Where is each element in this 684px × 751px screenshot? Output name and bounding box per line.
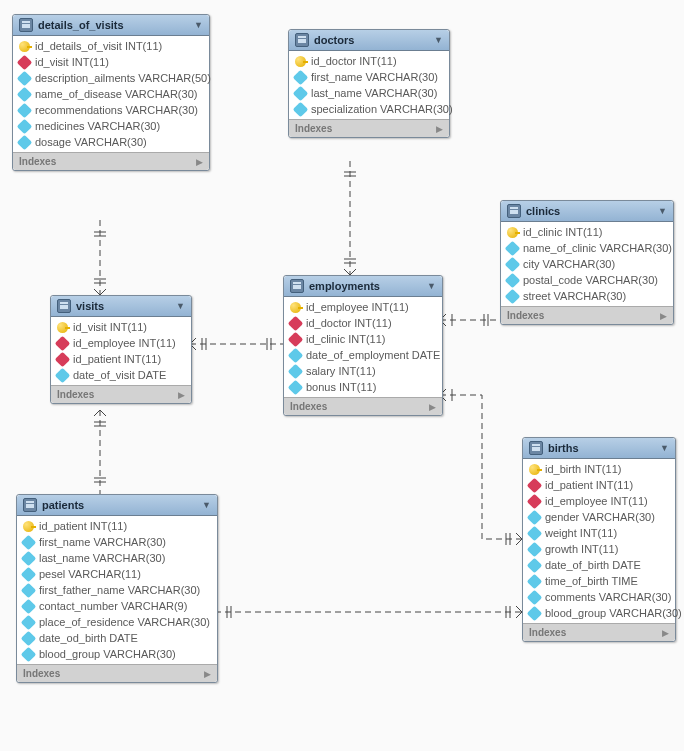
column-row[interactable]: blood_group VARCHAR(30) [523, 605, 675, 621]
column-row[interactable]: first_father_name VARCHAR(30) [17, 582, 217, 598]
table-title: visits [76, 300, 176, 312]
field-icon [527, 589, 543, 605]
table-header[interactable]: patients ▼ [17, 495, 217, 516]
column-row[interactable]: place_of_residence VARCHAR(30) [17, 614, 217, 630]
collapse-icon[interactable]: ▼ [427, 281, 436, 291]
indexes-section[interactable]: Indexes▶ [284, 397, 442, 415]
field-icon [21, 566, 37, 582]
table-clinics[interactable]: clinics ▼ id_clinic INT(11) name_of_clin… [500, 200, 674, 325]
column-row[interactable]: postal_code VARCHAR(30) [501, 272, 673, 288]
column-row[interactable]: city VARCHAR(30) [501, 256, 673, 272]
column-row[interactable]: id_patient INT(11) [523, 477, 675, 493]
field-icon [21, 646, 37, 662]
column-row[interactable]: gender VARCHAR(30) [523, 509, 675, 525]
table-title: births [548, 442, 660, 454]
table-births[interactable]: births ▼ id_birth INT(11) id_patient INT… [522, 437, 676, 642]
field-icon [17, 102, 33, 118]
column-row[interactable]: first_name VARCHAR(30) [17, 534, 217, 550]
field-icon [21, 550, 37, 566]
column-row[interactable]: dosage VARCHAR(30) [13, 134, 209, 150]
column-row[interactable]: pesel VARCHAR(11) [17, 566, 217, 582]
column-row[interactable]: street VARCHAR(30) [501, 288, 673, 304]
collapse-icon[interactable]: ▼ [660, 443, 669, 453]
collapse-icon[interactable]: ▼ [194, 20, 203, 30]
collapse-icon[interactable]: ▼ [176, 301, 185, 311]
indexes-section[interactable]: Indexes▶ [523, 623, 675, 641]
column-row[interactable]: date_of_employment DATE [284, 347, 442, 363]
field-icon [505, 256, 521, 272]
column-row[interactable]: medicines VARCHAR(30) [13, 118, 209, 134]
table-doctors[interactable]: doctors ▼ id_doctor INT(11) first_name V… [288, 29, 450, 138]
column-row[interactable]: id_employee INT(11) [51, 335, 191, 351]
column-row[interactable]: last_name VARCHAR(30) [17, 550, 217, 566]
table-icon [23, 498, 37, 512]
column-row[interactable]: growth INT(11) [523, 541, 675, 557]
primary-key-icon [19, 41, 30, 52]
column-row[interactable]: contact_number VARCHAR(9) [17, 598, 217, 614]
column-row[interactable]: bonus INT(11) [284, 379, 442, 395]
collapse-icon[interactable]: ▼ [202, 500, 211, 510]
table-details-of-visits[interactable]: details_of_visits ▼ id_details_of_visit … [12, 14, 210, 171]
indexes-section[interactable]: Indexes▶ [501, 306, 673, 324]
column-row[interactable]: blood_group VARCHAR(30) [17, 646, 217, 662]
column-row[interactable]: id_details_of_visit INT(11) [13, 38, 209, 54]
column-row[interactable]: last_name VARCHAR(30) [289, 85, 449, 101]
field-icon [293, 101, 309, 117]
collapse-icon[interactable]: ▼ [434, 35, 443, 45]
column-row[interactable]: date_of_birth DATE [523, 557, 675, 573]
column-row[interactable]: id_visit INT(11) [13, 54, 209, 70]
indexes-section[interactable]: Indexes▶ [289, 119, 449, 137]
column-row[interactable]: name_of_disease VARCHAR(30) [13, 86, 209, 102]
field-icon [17, 118, 33, 134]
column-row[interactable]: time_of_birth TIME [523, 573, 675, 589]
indexes-section[interactable]: Indexes▶ [51, 385, 191, 403]
column-row[interactable]: recommendations VARCHAR(30) [13, 102, 209, 118]
primary-key-icon [507, 227, 518, 238]
indexes-section[interactable]: Indexes▶ [13, 152, 209, 170]
column-row[interactable]: date_of_visit DATE [51, 367, 191, 383]
column-row[interactable]: description_ailments VARCHAR(50) [13, 70, 209, 86]
column-row[interactable]: id_doctor INT(11) [284, 315, 442, 331]
column-row[interactable]: weight INT(11) [523, 525, 675, 541]
table-icon [529, 441, 543, 455]
table-header[interactable]: doctors ▼ [289, 30, 449, 51]
expand-icon: ▶ [429, 402, 436, 412]
table-header[interactable]: employments ▼ [284, 276, 442, 297]
table-icon [295, 33, 309, 47]
field-icon [21, 614, 37, 630]
column-row[interactable]: id_clinic INT(11) [501, 224, 673, 240]
column-row[interactable]: name_of_clinic VARCHAR(30) [501, 240, 673, 256]
column-row[interactable]: id_clinic INT(11) [284, 331, 442, 347]
table-icon [507, 204, 521, 218]
column-row[interactable]: id_visit INT(11) [51, 319, 191, 335]
expand-icon: ▶ [660, 311, 667, 321]
table-header[interactable]: visits ▼ [51, 296, 191, 317]
field-icon [17, 134, 33, 150]
column-row[interactable]: first_name VARCHAR(30) [289, 69, 449, 85]
field-icon [288, 347, 304, 363]
table-visits[interactable]: visits ▼ id_visit INT(11) id_employee IN… [50, 295, 192, 404]
column-row[interactable]: id_patient INT(11) [51, 351, 191, 367]
column-row[interactable]: date_od_birth DATE [17, 630, 217, 646]
column-row[interactable]: id_employee INT(11) [284, 299, 442, 315]
field-icon [527, 605, 543, 621]
column-row[interactable]: id_patient INT(11) [17, 518, 217, 534]
table-employments[interactable]: employments ▼ id_employee INT(11) id_doc… [283, 275, 443, 416]
column-row[interactable]: id_doctor INT(11) [289, 53, 449, 69]
column-row[interactable]: id_birth INT(11) [523, 461, 675, 477]
collapse-icon[interactable]: ▼ [658, 206, 667, 216]
field-icon [527, 509, 543, 525]
table-title: details_of_visits [38, 19, 194, 31]
indexes-section[interactable]: Indexes▶ [17, 664, 217, 682]
expand-icon: ▶ [204, 669, 211, 679]
column-row[interactable]: id_employee INT(11) [523, 493, 675, 509]
table-header[interactable]: clinics ▼ [501, 201, 673, 222]
table-header[interactable]: births ▼ [523, 438, 675, 459]
foreign-key-icon [288, 331, 304, 347]
field-icon [505, 288, 521, 304]
column-row[interactable]: comments VARCHAR(30) [523, 589, 675, 605]
column-row[interactable]: salary INT(11) [284, 363, 442, 379]
table-patients[interactable]: patients ▼ id_patient INT(11) first_name… [16, 494, 218, 683]
column-row[interactable]: specialization VARCHAR(30) [289, 101, 449, 117]
table-header[interactable]: details_of_visits ▼ [13, 15, 209, 36]
